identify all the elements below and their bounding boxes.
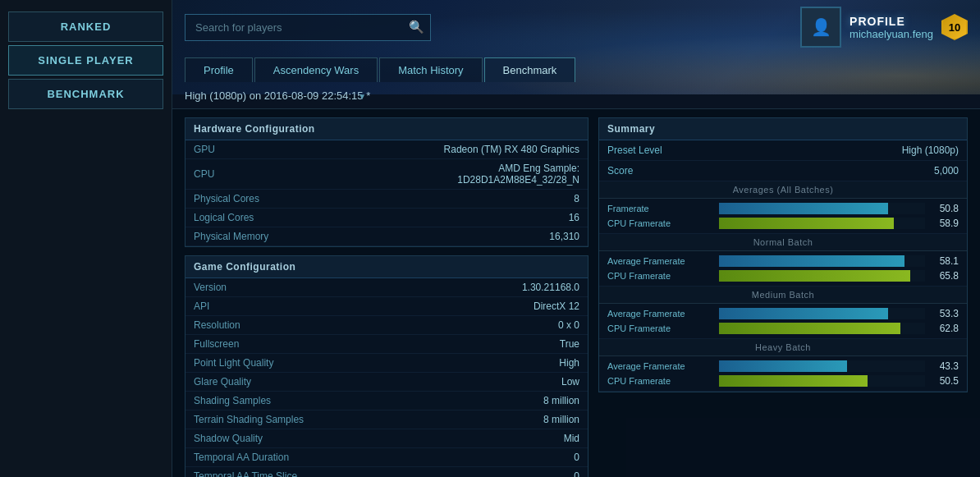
config-label: Shading Samples <box>185 392 407 410</box>
profile-info: PROFILE michaelyuan.feng <box>849 15 933 40</box>
avatar-icon: 👤 <box>811 17 831 37</box>
medium-batch-section: Average Framerate 53.3 CPU Framerate 62.… <box>599 304 967 339</box>
table-row: Point Light Quality High <box>185 354 588 373</box>
averages-all-label: Averages (All Batches) <box>599 181 967 199</box>
bar-row: CPU Framerate 62.8 <box>607 323 959 334</box>
table-row: Version 1.30.21168.0 <box>185 278 588 297</box>
level-badge: 10 <box>941 14 968 40</box>
heavy-batch-label: Heavy Batch <box>599 339 967 356</box>
search-button[interactable]: 🔍 <box>409 20 424 34</box>
table-row: Glare Quality Low <box>185 373 588 392</box>
two-col-layout: Hardware Configuration GPU Radeon (TM) R… <box>172 109 980 477</box>
table-row: Shadow Quality Mid <box>185 429 588 448</box>
tab-ascendency-wars[interactable]: Ascendency Wars <box>254 57 378 82</box>
config-label: Logical Cores <box>185 209 407 227</box>
main-content: 🔍 👤 PROFILE michaelyuan.feng 10 ProfileA… <box>172 0 980 477</box>
medium-batch-label: Medium Batch <box>599 287 967 304</box>
config-value: 0 <box>407 448 588 467</box>
config-label: Physical Memory <box>185 227 407 246</box>
bar-track <box>719 203 925 214</box>
table-row: Fullscreen True <box>185 335 588 354</box>
table-row: Resolution 0 x 0 <box>185 316 588 335</box>
bar-track <box>719 375 925 387</box>
config-label: Glare Quality <box>185 373 407 392</box>
bar-value: 50.8 <box>930 203 959 214</box>
profile-username: michaelyuan.feng <box>849 28 933 40</box>
config-label: API <box>185 297 407 316</box>
bar-track <box>719 218 925 229</box>
bar-row: Average Framerate 53.3 <box>607 308 959 319</box>
tabs-row: ProfileAscendency WarsMatch HistoryBench… <box>172 57 980 82</box>
hardware-config-header: Hardware Configuration <box>185 118 588 140</box>
summary-box: Summary Preset Level High (1080p) Score … <box>598 117 968 392</box>
bar-label: Average Framerate <box>607 309 714 319</box>
bar-label: Average Framerate <box>607 361 714 371</box>
preset-level-value: High (1080p) <box>902 144 959 156</box>
config-label: Point Light Quality <box>185 354 407 373</box>
sidebar-btn-ranked[interactable]: RANKED <box>8 11 163 42</box>
avatar: 👤 <box>800 7 841 48</box>
config-value: 8 <box>407 190 588 209</box>
game-config-header: Game Configuration <box>185 256 588 278</box>
config-label: Terrain Shading Samples <box>185 410 407 429</box>
table-row: Logical Cores 16 <box>185 209 588 227</box>
hardware-config-box: Hardware Configuration GPU Radeon (TM) R… <box>185 117 588 247</box>
bar-label: Average Framerate <box>607 256 714 266</box>
config-value: AMD Eng Sample: 1D28D1A2M88E4_32/28_N <box>407 159 588 190</box>
bar-label: CPU Framerate <box>607 376 714 386</box>
preset-level-row: Preset Level High (1080p) <box>599 140 967 161</box>
bar-fill <box>719 323 900 334</box>
config-label: Resolution <box>185 316 407 335</box>
table-row: GPU Radeon (TM) RX 480 Graphics <box>185 140 588 159</box>
config-label: Physical Cores <box>185 190 407 209</box>
hardware-config-table: GPU Radeon (TM) RX 480 GraphicsCPU AMD E… <box>185 140 588 246</box>
tab-match-history[interactable]: Match History <box>379 57 482 82</box>
table-row: Terrain Shading Samples 8 million <box>185 410 588 429</box>
heavy-batch-section: Average Framerate 43.3 CPU Framerate 50.… <box>599 356 967 392</box>
bar-fill <box>719 360 847 372</box>
table-row: Physical Cores 8 <box>185 190 588 209</box>
sidebar-btn-benchmark[interactable]: BENCHMARK <box>8 79 163 109</box>
bar-track <box>719 360 925 372</box>
bar-row: Average Framerate 58.1 <box>607 255 959 267</box>
score-label: Score <box>607 165 633 177</box>
profile-area: 👤 PROFILE michaelyuan.feng 10 <box>800 7 968 48</box>
config-value: 8 million <box>407 392 588 410</box>
search-input[interactable] <box>185 14 431 41</box>
tab-benchmark[interactable]: Benchmark <box>484 57 576 82</box>
bar-label: Framerate <box>607 204 714 213</box>
bar-track <box>719 323 925 334</box>
sidebar-btn-single-player[interactable]: SINGLE PLAYER <box>8 45 163 76</box>
averages-all-section: Framerate 50.8 CPU Framerate 58.9 <box>599 199 967 234</box>
sidebar: RANKEDSINGLE PLAYERBENCHMARK <box>0 0 172 477</box>
config-value: True <box>407 335 588 354</box>
search-icon: 🔍 <box>409 20 424 34</box>
preset-level-label: Preset Level <box>607 144 662 156</box>
table-row: API DirectX 12 <box>185 297 588 316</box>
bar-row: Framerate 50.8 <box>607 203 959 214</box>
score-value: 5,000 <box>934 165 959 177</box>
bar-label: CPU Framerate <box>607 323 714 333</box>
content-area: High (1080p) on 2016-08-09 22:54:15 * ▼ … <box>172 82 980 477</box>
config-value: 16,310 <box>407 227 588 246</box>
bar-fill <box>719 270 910 282</box>
config-label: CPU <box>185 159 407 190</box>
bar-fill <box>719 218 894 229</box>
bar-value: 58.1 <box>930 255 959 267</box>
bar-value: 65.8 <box>930 270 959 282</box>
bar-track <box>719 270 925 282</box>
bar-value: 53.3 <box>930 308 959 319</box>
bar-row: CPU Framerate 50.5 <box>607 375 959 387</box>
table-row: Physical Memory 16,310 <box>185 227 588 246</box>
bar-label: CPU Framerate <box>607 271 714 281</box>
config-value: Mid <box>407 429 588 448</box>
tab-profile[interactable]: Profile <box>185 57 253 82</box>
bar-value: 58.9 <box>930 218 959 229</box>
preset-label: High (1080p) on 2016-08-09 22:54:15 * <box>185 89 370 102</box>
table-row: CPU AMD Eng Sample: 1D28D1A2M88E4_32/28_… <box>185 159 588 190</box>
score-row: Score 5,000 <box>599 161 967 181</box>
game-config-box: Game Configuration Version 1.30.21168.0A… <box>185 255 588 477</box>
config-value: 0 <box>407 467 588 478</box>
summary-header: Summary <box>599 118 967 140</box>
config-label: Fullscreen <box>185 335 407 354</box>
